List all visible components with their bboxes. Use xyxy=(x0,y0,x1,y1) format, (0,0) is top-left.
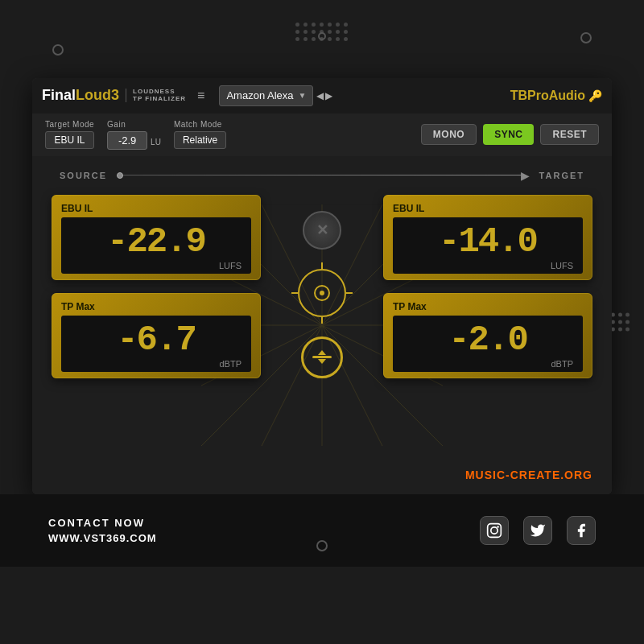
flow-line xyxy=(123,175,521,175)
target-mode-group: Target Mode EBU IL xyxy=(45,120,94,149)
center-panel: ✕ xyxy=(274,195,370,378)
crosshair-left xyxy=(291,292,298,294)
source-ebu-display: -22.9 LUFS xyxy=(61,217,251,274)
nav-arrows: ◀ ▶ xyxy=(316,90,332,101)
header-bar: FinalLoud3 LOUDNESS TP FINALIZER ≡ Amazo… xyxy=(32,78,612,114)
match-mode-value[interactable]: Relative xyxy=(174,131,226,149)
plugin-name: FinalLoud3 xyxy=(42,87,119,104)
nav-prev-icon[interactable]: ◀ xyxy=(316,90,324,101)
tbpro-name: TBPro xyxy=(510,89,549,102)
plugin-name-loud: Loud3 xyxy=(76,87,119,103)
target-tp-display: -2.0 dBTP xyxy=(393,316,583,372)
tbpro-logo: TBProAudio 🔑 xyxy=(510,89,602,103)
facebook-icon[interactable] xyxy=(567,516,596,545)
nav-next-icon[interactable]: ▶ xyxy=(325,90,332,101)
target-inner-ring xyxy=(314,285,330,301)
crosshair-container xyxy=(298,269,346,317)
contact-label: CONTACT NOW xyxy=(48,517,157,529)
gain-label: Gain xyxy=(107,120,161,129)
contact-info: CONTACT NOW WWW.VST369.COM xyxy=(48,517,157,544)
plugin-title: FinalLoud3 LOUDNESS TP FINALIZER xyxy=(42,87,186,104)
preset-area: Amazon Alexa ▼ ◀ ▶ xyxy=(219,85,502,106)
circle-decoration-bottom xyxy=(316,540,328,551)
crosshair-bottom xyxy=(321,317,323,324)
social-icons xyxy=(480,516,596,545)
gain-value[interactable]: -2.9 xyxy=(107,131,147,150)
match-mode-group: Match Mode Relative xyxy=(174,120,226,149)
target-tp-value: -2.0 xyxy=(402,322,573,357)
target-crosshair-icon[interactable] xyxy=(298,269,346,317)
source-ebu-unit: LUFS xyxy=(71,261,242,270)
contact-url: WWW.VST369.COM xyxy=(48,532,157,544)
adjust-icon[interactable] xyxy=(301,336,343,378)
key-icon: 🔑 xyxy=(588,89,602,102)
outer-container: FinalLoud3 LOUDNESS TP FINALIZER ≡ Amazo… xyxy=(0,0,644,644)
target-tp-unit: dBTP xyxy=(402,359,573,369)
meters-grid: EBU IL -22.9 LUFS TP Max -6.7 dBTP xyxy=(52,195,592,378)
gain-unit: LU xyxy=(151,138,161,147)
subtitle-line2: TP FINALIZER xyxy=(133,96,186,103)
target-ebu-card: EBU IL -14.0 LUFS xyxy=(383,195,592,280)
target-ebu-unit: LUFS xyxy=(402,261,573,270)
menu-icon[interactable]: ≡ xyxy=(197,89,204,103)
tbpro-text: TBProAudio xyxy=(510,89,585,103)
source-ebu-value: -22.9 xyxy=(71,224,242,259)
circle-decoration-left xyxy=(52,44,64,56)
target-label: TARGET xyxy=(539,171,584,180)
match-mode-label: Match Mode xyxy=(174,120,226,129)
twitter-icon[interactable] xyxy=(523,516,552,545)
btn-group: MONO SYNC RESET xyxy=(421,124,599,145)
mono-button[interactable]: MONO xyxy=(421,124,477,145)
circle-decoration-right xyxy=(580,32,592,43)
meters-right: EBU IL -14.0 LUFS TP Max -2.0 dBTP xyxy=(383,195,592,378)
crosshair-right xyxy=(346,292,353,294)
flow-labels: SOURCE ▶ TARGET xyxy=(52,169,592,182)
reset-button[interactable]: RESET xyxy=(540,124,599,145)
crosshair-top xyxy=(321,262,323,269)
gain-area: -2.9 LU xyxy=(107,131,161,150)
flow-arrow: ▶ xyxy=(107,169,539,182)
svg-point-10 xyxy=(497,526,499,528)
target-ebu-display: -14.0 LUFS xyxy=(393,217,583,274)
source-tp-unit: dBTP xyxy=(71,359,242,369)
controls-bar: Target Mode EBU IL Gain -2.9 LU Match Mo… xyxy=(32,114,612,156)
circle-decoration-mid xyxy=(318,32,326,40)
target-tp-label: TP Max xyxy=(393,301,583,312)
main-display: SOURCE ▶ TARGET EBU IL -22.9 xyxy=(32,156,612,494)
flow-arrow-head-icon: ▶ xyxy=(521,169,530,182)
svg-point-9 xyxy=(491,526,497,533)
svg-rect-8 xyxy=(488,523,502,537)
sync-button[interactable]: SYNC xyxy=(483,124,534,145)
flow-dot xyxy=(117,172,123,179)
source-tp-value: -6.7 xyxy=(71,322,242,357)
adjust-arrow-up-icon xyxy=(318,350,326,355)
source-tp-display: -6.7 dBTP xyxy=(61,316,251,372)
adjust-arrows xyxy=(312,350,332,364)
footer: CONTACT NOW WWW.VST369.COM xyxy=(0,494,644,567)
adjust-arrow-down-icon xyxy=(318,359,326,364)
target-ebu-label: EBU IL xyxy=(393,203,583,214)
preset-name: Amazon Alexa xyxy=(226,89,293,101)
preset-dropdown[interactable]: Amazon Alexa ▼ xyxy=(219,85,313,106)
source-ebu-label: EBU IL xyxy=(61,203,251,214)
source-tp-label: TP Max xyxy=(61,301,251,312)
source-ebu-card: EBU IL -22.9 LUFS xyxy=(52,195,261,280)
adjust-line xyxy=(312,356,332,358)
target-ebu-value: -14.0 xyxy=(402,224,573,259)
plugin-name-final: Final xyxy=(42,87,76,103)
source-tp-card: TP Max -6.7 dBTP xyxy=(52,293,261,378)
target-mode-value[interactable]: EBU IL xyxy=(45,131,94,149)
tbpro-audio: Audio xyxy=(549,89,585,102)
gain-group: Gain -2.9 LU xyxy=(107,120,161,150)
x-button[interactable]: ✕ xyxy=(303,211,341,250)
dropdown-arrow-icon: ▼ xyxy=(299,91,307,100)
source-label: SOURCE xyxy=(60,171,107,180)
watermark: MUSIC-CREATE.ORG xyxy=(465,469,592,481)
target-center-dot xyxy=(320,291,324,295)
target-tp-card: TP Max -2.0 dBTP xyxy=(383,293,592,378)
plugin-subtitle: LOUDNESS TP FINALIZER xyxy=(126,89,186,103)
instagram-icon[interactable] xyxy=(480,516,509,545)
plugin-window: FinalLoud3 LOUDNESS TP FINALIZER ≡ Amazo… xyxy=(32,78,612,494)
x-icon: ✕ xyxy=(316,221,328,239)
meters-left: EBU IL -22.9 LUFS TP Max -6.7 dBTP xyxy=(52,195,261,378)
